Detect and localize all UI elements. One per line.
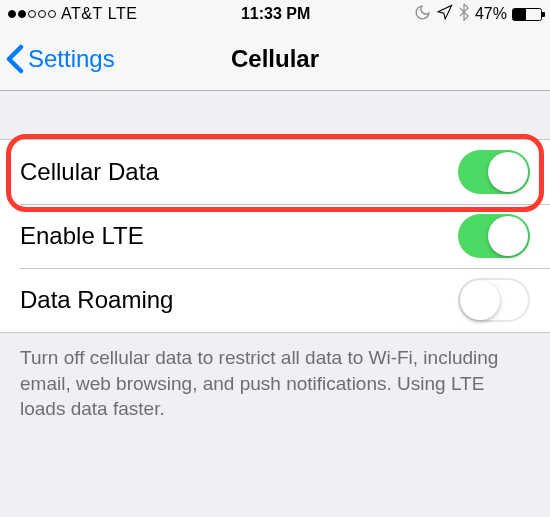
- location-icon: [436, 4, 453, 25]
- nav-bar: Settings Cellular: [0, 28, 550, 91]
- status-left: AT&T LTE: [8, 5, 137, 23]
- signal-strength-icon: [8, 10, 56, 18]
- network-label: LTE: [108, 5, 138, 23]
- toggle-knob: [488, 152, 528, 192]
- moon-icon: [414, 4, 431, 25]
- battery-fill: [513, 9, 526, 20]
- enable-lte-toggle[interactable]: [458, 214, 530, 258]
- row-enable-lte[interactable]: Enable LTE: [0, 204, 550, 268]
- footer-description: Turn off cellular data to restrict all d…: [0, 333, 550, 434]
- chevron-left-icon: [6, 44, 24, 74]
- row-cellular-data[interactable]: Cellular Data: [0, 140, 550, 204]
- row-label: Enable LTE: [20, 222, 144, 250]
- back-button[interactable]: Settings: [6, 44, 115, 74]
- back-label: Settings: [28, 45, 115, 73]
- data-roaming-toggle[interactable]: [458, 278, 530, 322]
- row-label: Data Roaming: [20, 286, 173, 314]
- row-data-roaming[interactable]: Data Roaming: [0, 268, 550, 332]
- status-bar: AT&T LTE 11:33 PM 47%: [0, 0, 550, 28]
- group-spacer: [0, 91, 550, 139]
- clock: 11:33 PM: [241, 5, 310, 23]
- status-right: 47%: [414, 3, 542, 25]
- battery-icon: [512, 8, 542, 21]
- carrier-label: AT&T: [61, 5, 103, 23]
- bluetooth-icon: [458, 3, 470, 25]
- battery-percentage: 47%: [475, 5, 507, 23]
- toggle-knob: [460, 280, 500, 320]
- toggle-knob: [488, 216, 528, 256]
- settings-group: Cellular Data Enable LTE Data Roaming: [0, 139, 550, 333]
- cellular-data-toggle[interactable]: [458, 150, 530, 194]
- row-label: Cellular Data: [20, 158, 159, 186]
